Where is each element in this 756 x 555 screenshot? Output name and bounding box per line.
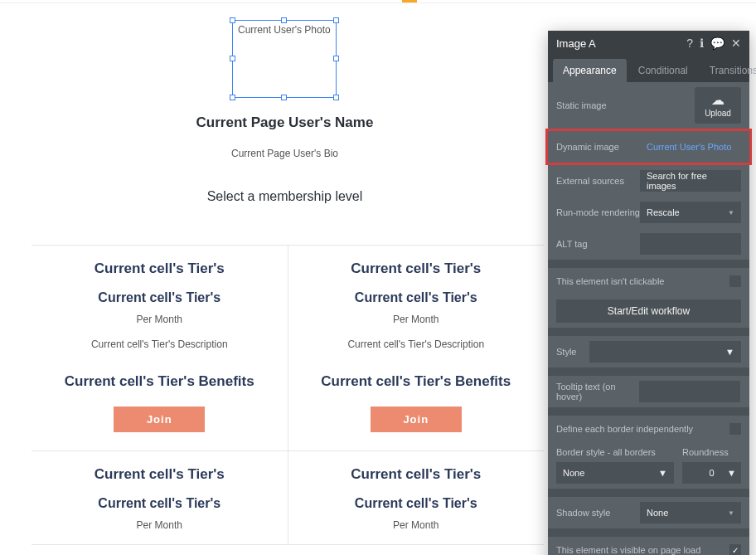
prop-style: Style ▼ (548, 336, 749, 368)
comment-icon[interactable]: 💬 (710, 37, 724, 50)
run-mode-select[interactable]: Rescale ▼ (640, 202, 741, 223)
border-independent-checkbox[interactable] (729, 423, 741, 435)
divider (548, 328, 749, 336)
tier-benefits: Current cell's Tier's Benefits (297, 373, 536, 390)
upload-label: Upload (705, 109, 731, 118)
cloud-upload-icon: ☁ (711, 94, 724, 107)
prop-label: External sources (556, 176, 640, 186)
resize-handle-tl[interactable] (230, 17, 235, 23)
upload-button[interactable]: ☁ Upload (695, 87, 741, 124)
divider (548, 407, 749, 416)
resize-handle-bm[interactable] (281, 95, 287, 100)
element-placeholder-label: Current User's Photo (238, 24, 331, 36)
tier-price: Current cell's Tier's (40, 290, 279, 305)
divider (548, 528, 749, 537)
prop-label: Roundness (682, 447, 741, 457)
visible-checkbox[interactable]: ✓ (729, 544, 741, 555)
border-style-value: None (563, 468, 584, 478)
info-icon[interactable]: ℹ (700, 37, 704, 50)
prop-run-mode: Run-mode rendering Rescale ▼ (548, 197, 749, 228)
selected-image-element[interactable]: Current User's Photo (232, 20, 337, 98)
prop-label: This element is visible on page load (556, 545, 729, 555)
tier-name: Current cell's Tier's (297, 260, 536, 277)
dynamic-image-value[interactable]: Current User's Photo (640, 136, 741, 158)
tier-period: Per Month (40, 314, 279, 325)
tier-name: Current cell's Tier's (297, 466, 536, 483)
prop-label: Static image (556, 100, 695, 110)
panel-title: Image A (556, 37, 680, 50)
chevron-down-icon: ▼ (728, 209, 734, 217)
divider (548, 489, 749, 497)
section-heading[interactable]: Select a membership level (0, 189, 569, 204)
alt-tag-input[interactable] (640, 233, 741, 255)
prop-clickable: This element isn't clickable (548, 268, 749, 295)
prop-label: Dynamic image (556, 142, 640, 152)
chevron-down-icon: ▼ (658, 468, 667, 478)
tab-appearance[interactable]: Appearance (553, 59, 627, 82)
tier-period: Per Month (297, 519, 536, 531)
tier-description: Current cell's Tier's Description (297, 338, 536, 350)
resize-handle-tr[interactable] (333, 17, 339, 23)
prop-shadow: Shadow style None ▼ (548, 497, 749, 528)
chevron-down-icon: ▼ (725, 347, 734, 357)
prop-label: Shadow style (556, 508, 640, 518)
grid-cell[interactable]: Current cell's Tier's Current cell's Tie… (288, 451, 545, 544)
resize-handle-br[interactable] (333, 95, 339, 100)
grid-cell[interactable]: Current cell's Tier's Current cell's Tie… (288, 246, 545, 450)
prop-label: Run-mode rendering (556, 207, 640, 217)
start-workflow-button[interactable]: Start/Edit workflow (556, 299, 741, 323)
tier-name: Current cell's Tier's (40, 466, 279, 483)
close-icon[interactable]: ✕ (731, 37, 741, 50)
chevron-down-icon: ▼ (728, 509, 734, 517)
tab-conditional[interactable]: Conditional (628, 59, 698, 82)
tier-price: Current cell's Tier's (297, 290, 536, 305)
roundness-value: 0 (709, 468, 714, 478)
prop-border-independent: Define each border independently (548, 416, 749, 442)
resize-handle-tm[interactable] (281, 17, 287, 23)
prop-label: Style (556, 347, 589, 357)
resize-handle-bl[interactable] (230, 95, 235, 100)
tier-period: Per Month (297, 314, 536, 325)
tooltip-input[interactable] (639, 381, 740, 402)
prop-border-row: Border style - all borders None ▼ Roundn… (548, 442, 749, 489)
shadow-style-select[interactable]: None ▼ (640, 502, 741, 523)
prop-label: Define each border independently (556, 424, 729, 434)
membership-grid[interactable]: Current cell's Tier's Current cell's Tie… (32, 245, 544, 545)
grid-row: Current cell's Tier's Current cell's Tie… (32, 451, 544, 545)
inspector-panel[interactable]: Image A ? ℹ 💬 ✕ Appearance Conditional T… (548, 31, 749, 555)
roundness-input[interactable]: 0 ▼ (682, 462, 741, 484)
divider (548, 368, 749, 376)
style-select[interactable]: ▼ (589, 341, 741, 363)
prop-external-sources: External sources Search for free images (548, 165, 749, 197)
prop-visible: This element is visible on page load ✓ (548, 537, 749, 555)
tab-transitions[interactable]: Transitions (700, 59, 756, 82)
user-bio-text[interactable]: Current Page User's Bio (0, 148, 569, 159)
prop-label: ALT tag (556, 239, 640, 249)
prop-label: This element isn't clickable (556, 276, 729, 286)
grid-cell[interactable]: Current cell's Tier's Current cell's Tie… (32, 246, 288, 450)
prop-tooltip: Tooltip text (on hover) (548, 376, 749, 407)
panel-tabs: Appearance Conditional Transitions (548, 56, 749, 82)
prop-workflow: Start/Edit workflow (548, 295, 749, 328)
shadow-style-value: None (647, 508, 668, 518)
grid-row: Current cell's Tier's Current cell's Tie… (32, 246, 544, 451)
tier-name: Current cell's Tier's (40, 260, 279, 277)
panel-header[interactable]: Image A ? ℹ 💬 ✕ (548, 31, 749, 56)
tier-benefits: Current cell's Tier's Benefits (40, 373, 279, 390)
border-style-select[interactable]: None ▼ (556, 462, 674, 484)
clickable-checkbox[interactable] (729, 275, 741, 287)
resize-handle-ml[interactable] (230, 56, 235, 61)
tier-price: Current cell's Tier's (40, 496, 279, 511)
join-button[interactable]: Join (114, 407, 205, 432)
panel-body: Static image ☁ Upload Dynamic image Curr… (548, 82, 749, 555)
help-icon[interactable]: ? (686, 37, 693, 50)
prop-static-image: Static image ☁ Upload (548, 82, 749, 129)
resize-handle-mr[interactable] (333, 56, 339, 61)
grid-cell[interactable]: Current cell's Tier's Current cell's Tie… (32, 451, 288, 544)
chevron-down-icon: ▼ (727, 468, 736, 478)
top-ruler (0, 0, 756, 3)
external-sources-button[interactable]: Search for free images (640, 170, 741, 192)
tier-period: Per Month (40, 519, 279, 531)
user-name-text[interactable]: Current Page User's Name (0, 114, 569, 131)
join-button[interactable]: Join (371, 407, 462, 432)
